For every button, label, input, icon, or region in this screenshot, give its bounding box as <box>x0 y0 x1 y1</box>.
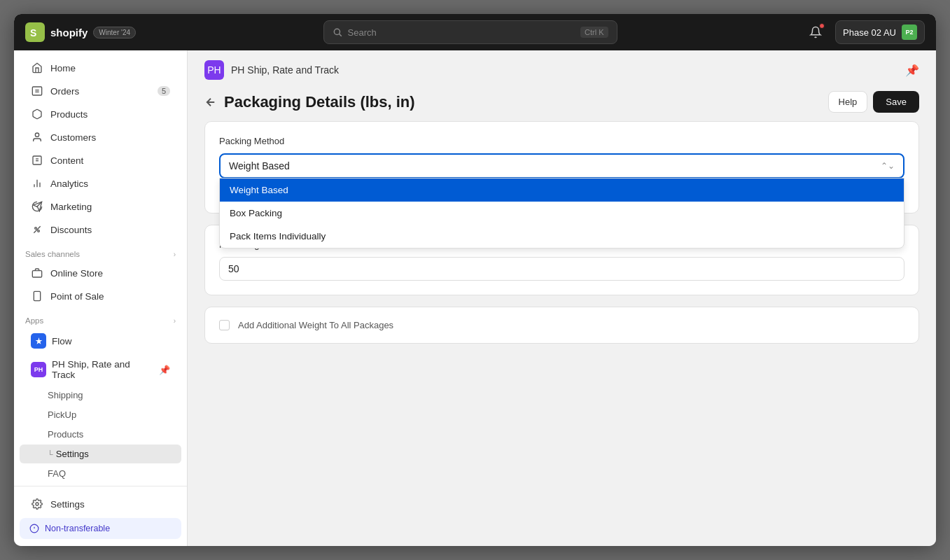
sidebar-marketing-label: Marketing <box>50 202 92 212</box>
non-transferable-banner[interactable]: Non-transferable <box>20 518 181 539</box>
sub-products-label: Products <box>48 429 83 440</box>
sidebar-item-marketing[interactable]: Marketing <box>20 195 181 218</box>
packing-method-label: Packing Method <box>219 136 904 146</box>
sidebar-item-online-store[interactable]: Online Store <box>20 262 181 284</box>
sidebar-item-ph-ship[interactable]: PH PH Ship, Rate and Track 📌 <box>20 354 181 385</box>
pin-button[interactable]: 📌 <box>905 64 919 77</box>
sidebar-item-pos[interactable]: Point of Sale <box>20 285 181 307</box>
svg-point-15 <box>38 230 40 232</box>
brand-logo[interactable]: S shopify Winter '24 <box>25 22 136 42</box>
additional-weight-label: Add Additional Weight To All Packages <box>238 320 393 330</box>
sub-faq-label: FAQ <box>48 468 66 479</box>
page-header-left: Packaging Details (lbs, in) <box>204 93 415 111</box>
option-weight-based[interactable]: Weight Based <box>220 178 904 202</box>
svg-text:S: S <box>30 27 36 38</box>
apps-section[interactable]: Apps › <box>14 308 187 328</box>
search-area: Search Ctrl K <box>144 20 796 44</box>
sidebar-item-home[interactable]: Home <box>20 57 181 79</box>
sidebar-sub-shipping[interactable]: Shipping <box>20 386 181 405</box>
packing-method-dropdown[interactable]: Weight Based ⌃⌄ <box>219 153 904 178</box>
discounts-icon <box>31 223 43 236</box>
notification-badge <box>819 23 825 29</box>
sidebar-item-analytics[interactable]: Analytics <box>20 172 181 195</box>
flow-icon <box>31 333 46 349</box>
store-avatar: P2 <box>902 24 917 40</box>
sidebar-sub-settings[interactable]: └ Settings <box>20 444 181 463</box>
content-area: PH PH Ship, Rate and Track 📌 Packaging D… <box>188 50 936 546</box>
save-button[interactable]: Save <box>873 91 919 113</box>
help-button[interactable]: Help <box>828 91 868 113</box>
back-arrow-icon <box>204 96 217 108</box>
sidebar-orders-label: Orders <box>50 86 79 97</box>
packing-method-card: Packing Method Weight Based ⌃⌄ Weight Ba… <box>204 121 919 214</box>
app-icon-label: PH <box>207 64 221 76</box>
back-button[interactable] <box>204 96 217 108</box>
svg-rect-18 <box>34 291 40 300</box>
additional-weight-card: Add Additional Weight To All Packages <box>204 307 919 344</box>
store-selector[interactable]: Phase 02 AU P2 <box>835 20 925 44</box>
sidebar-item-orders[interactable]: Orders 5 <box>20 80 181 102</box>
page-title: Packaging Details (lbs, in) <box>224 93 415 111</box>
ph-ship-icon: PH <box>31 362 46 377</box>
search-box[interactable]: Search Ctrl K <box>323 20 617 44</box>
additional-weight-checkbox[interactable] <box>219 320 230 330</box>
topbar-right: Phase 02 AU P2 <box>804 20 925 44</box>
sidebar-item-products[interactable]: Products <box>20 103 181 125</box>
apps-chevron: › <box>174 317 176 325</box>
sales-channels-label: Sales channels <box>25 250 80 258</box>
sidebar-item-customers[interactable]: Customers <box>20 126 181 148</box>
ph-ship-pin-icon: 📌 <box>159 365 170 375</box>
sidebar-sub-faq[interactable]: FAQ <box>20 464 181 483</box>
sidebar-settings-label: Settings <box>50 499 85 510</box>
search-placeholder: Search <box>348 27 575 38</box>
non-transferable-label: Non-transferable <box>45 524 110 533</box>
sidebar-home-label: Home <box>50 63 76 74</box>
svg-point-7 <box>35 133 39 136</box>
analytics-icon <box>31 177 43 190</box>
sales-channels-section[interactable]: Sales channels › <box>14 241 187 261</box>
store-name: Phase 02 AU <box>843 27 896 38</box>
sidebar-analytics-label: Analytics <box>50 178 88 189</box>
svg-rect-17 <box>32 271 41 277</box>
sidebar-ph-ship-label: PH Ship, Rate and Track <box>52 359 153 380</box>
sidebar-products-label: Products <box>50 109 88 120</box>
orders-icon <box>31 85 43 97</box>
orders-badge: 5 <box>158 86 170 96</box>
search-icon <box>333 27 342 37</box>
sidebar-item-content[interactable]: Content <box>20 149 181 172</box>
svg-point-20 <box>36 503 39 505</box>
app-header: PH PH Ship, Rate and Track 📌 <box>188 50 936 80</box>
sidebar-sub-products[interactable]: Products <box>20 425 181 444</box>
svg-point-2 <box>334 29 340 34</box>
svg-line-3 <box>339 34 341 36</box>
svg-point-14 <box>35 227 37 230</box>
option-box-packing[interactable]: Box Packing <box>220 202 904 225</box>
packing-method-selected: Weight Based <box>229 160 290 172</box>
app-header-name: PH Ship, Rate and Track <box>231 64 339 76</box>
notifications-button[interactable] <box>804 21 827 43</box>
max-weight-input[interactable] <box>219 257 904 281</box>
dropdown-chevron-icon: ⌃⌄ <box>881 161 895 171</box>
svg-rect-4 <box>32 87 41 95</box>
sidebar-item-flow[interactable]: Flow <box>20 328 181 354</box>
sub-pickup-label: PickUp <box>48 410 76 420</box>
sidebar-sub-pickup[interactable]: PickUp <box>20 405 181 424</box>
brand-name: shopify <box>50 27 88 38</box>
option-pack-items[interactable]: Pack Items Individually <box>220 225 904 248</box>
customers-icon <box>31 131 43 144</box>
page-actions: Help Save <box>828 91 919 113</box>
main-layout: Home Orders 5 Products Customers <box>14 50 936 546</box>
apps-label: Apps <box>25 316 43 325</box>
search-shortcut: Ctrl K <box>580 27 608 38</box>
online-store-icon <box>31 267 43 279</box>
info-icon <box>29 524 39 533</box>
page-header: Packaging Details (lbs, in) Help Save <box>188 80 936 121</box>
sub-settings-label: Settings <box>56 449 89 459</box>
sidebar-item-settings[interactable]: Settings <box>20 493 181 515</box>
sidebar-item-discounts[interactable]: Discounts <box>20 218 181 241</box>
sidebar: Home Orders 5 Products Customers <box>14 50 188 546</box>
content-icon <box>31 154 43 167</box>
shopify-icon: S <box>25 22 45 42</box>
sidebar-discounts-label: Discounts <box>50 225 92 235</box>
sub-shipping-label: Shipping <box>48 390 83 400</box>
